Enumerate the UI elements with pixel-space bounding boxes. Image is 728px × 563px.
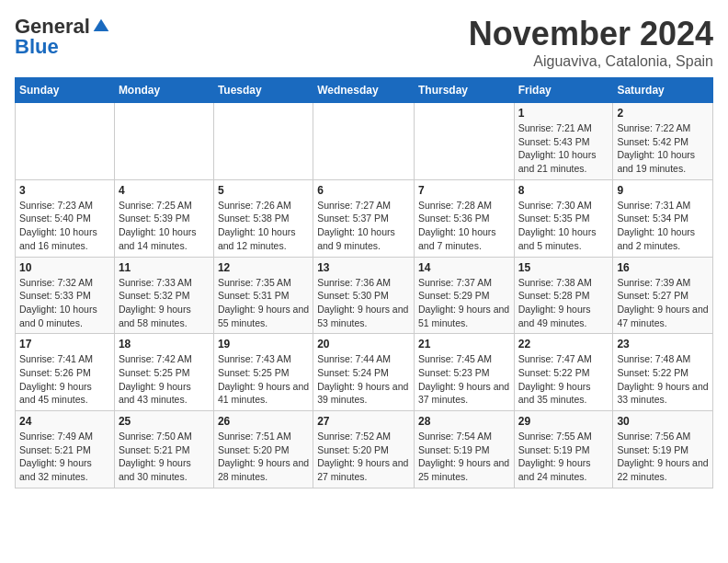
day-number: 13 bbox=[317, 261, 410, 274]
calendar: SundayMondayTuesdayWednesdayThursdayFrid… bbox=[15, 77, 713, 488]
day-number: 7 bbox=[418, 184, 510, 197]
day-number: 2 bbox=[617, 107, 709, 120]
day-info: Sunrise: 7:26 AM Sunset: 5:38 PM Dayligh… bbox=[218, 199, 309, 253]
calendar-body: 1Sunrise: 7:21 AM Sunset: 5:43 PM Daylig… bbox=[16, 103, 713, 488]
day-info: Sunrise: 7:28 AM Sunset: 5:36 PM Dayligh… bbox=[418, 199, 510, 253]
calendar-day-cell: 19Sunrise: 7:43 AM Sunset: 5:25 PM Dayli… bbox=[213, 334, 313, 411]
day-number: 21 bbox=[418, 338, 510, 350]
calendar-day-cell: 13Sunrise: 7:36 AM Sunset: 5:30 PM Dayli… bbox=[313, 257, 415, 334]
day-info: Sunrise: 7:30 AM Sunset: 5:35 PM Dayligh… bbox=[518, 199, 609, 253]
weekday-header-cell: Friday bbox=[514, 78, 613, 103]
calendar-day-cell: 7Sunrise: 7:28 AM Sunset: 5:36 PM Daylig… bbox=[414, 179, 514, 257]
calendar-day-cell: 25Sunrise: 7:50 AM Sunset: 5:21 PM Dayli… bbox=[114, 411, 213, 488]
day-info: Sunrise: 7:39 AM Sunset: 5:27 PM Dayligh… bbox=[617, 276, 709, 330]
day-info: Sunrise: 7:21 AM Sunset: 5:43 PM Dayligh… bbox=[518, 121, 609, 176]
day-info: Sunrise: 7:31 AM Sunset: 5:34 PM Dayligh… bbox=[617, 199, 709, 253]
day-info: Sunrise: 7:27 AM Sunset: 5:37 PM Dayligh… bbox=[317, 199, 410, 253]
day-number: 18 bbox=[119, 338, 210, 350]
day-info: Sunrise: 7:41 AM Sunset: 5:26 PM Dayligh… bbox=[19, 352, 110, 407]
weekday-header-cell: Tuesday bbox=[213, 78, 313, 103]
calendar-week-row: 24Sunrise: 7:49 AM Sunset: 5:21 PM Dayli… bbox=[16, 411, 713, 488]
day-number: 26 bbox=[218, 415, 309, 428]
calendar-day-cell bbox=[213, 103, 313, 180]
day-number: 29 bbox=[518, 415, 609, 428]
calendar-day-cell: 16Sunrise: 7:39 AM Sunset: 5:27 PM Dayli… bbox=[613, 257, 713, 334]
logo-blue-text: Blue bbox=[15, 35, 59, 59]
calendar-day-cell: 9Sunrise: 7:31 AM Sunset: 5:34 PM Daylig… bbox=[613, 179, 713, 257]
location: Aiguaviva, Catalonia, Spain bbox=[469, 53, 713, 70]
day-number: 4 bbox=[119, 184, 210, 197]
day-info: Sunrise: 7:42 AM Sunset: 5:25 PM Dayligh… bbox=[119, 352, 210, 407]
day-number: 10 bbox=[19, 261, 110, 274]
day-number: 1 bbox=[518, 107, 609, 120]
day-number: 20 bbox=[317, 338, 410, 350]
day-number: 15 bbox=[518, 261, 609, 274]
day-info: Sunrise: 7:56 AM Sunset: 5:19 PM Dayligh… bbox=[617, 430, 709, 484]
day-info: Sunrise: 7:37 AM Sunset: 5:29 PM Dayligh… bbox=[418, 276, 510, 330]
logo-icon bbox=[92, 17, 110, 36]
day-info: Sunrise: 7:43 AM Sunset: 5:25 PM Dayligh… bbox=[218, 352, 309, 407]
day-info: Sunrise: 7:44 AM Sunset: 5:24 PM Dayligh… bbox=[317, 352, 410, 407]
calendar-day-cell: 26Sunrise: 7:51 AM Sunset: 5:20 PM Dayli… bbox=[213, 411, 313, 488]
day-info: Sunrise: 7:52 AM Sunset: 5:20 PM Dayligh… bbox=[317, 430, 410, 484]
month-title: November 2024 bbox=[469, 15, 713, 53]
day-info: Sunrise: 7:50 AM Sunset: 5:21 PM Dayligh… bbox=[119, 430, 210, 484]
header: General Blue November 2024 Aiguaviva, Ca… bbox=[15, 15, 713, 70]
calendar-day-cell: 23Sunrise: 7:48 AM Sunset: 5:22 PM Dayli… bbox=[613, 334, 713, 411]
day-info: Sunrise: 7:51 AM Sunset: 5:20 PM Dayligh… bbox=[218, 430, 309, 484]
title-area: November 2024 Aiguaviva, Catalonia, Spai… bbox=[469, 15, 713, 70]
day-number: 27 bbox=[317, 415, 410, 428]
day-info: Sunrise: 7:45 AM Sunset: 5:23 PM Dayligh… bbox=[418, 352, 510, 407]
calendar-day-cell: 5Sunrise: 7:26 AM Sunset: 5:38 PM Daylig… bbox=[213, 179, 313, 257]
calendar-day-cell: 15Sunrise: 7:38 AM Sunset: 5:28 PM Dayli… bbox=[514, 257, 613, 334]
calendar-week-row: 1Sunrise: 7:21 AM Sunset: 5:43 PM Daylig… bbox=[16, 103, 713, 180]
calendar-day-cell: 14Sunrise: 7:37 AM Sunset: 5:29 PM Dayli… bbox=[414, 257, 514, 334]
day-number: 8 bbox=[518, 184, 609, 197]
calendar-day-cell: 6Sunrise: 7:27 AM Sunset: 5:37 PM Daylig… bbox=[313, 179, 415, 257]
calendar-day-cell: 12Sunrise: 7:35 AM Sunset: 5:31 PM Dayli… bbox=[213, 257, 313, 334]
calendar-day-cell: 4Sunrise: 7:25 AM Sunset: 5:39 PM Daylig… bbox=[114, 179, 213, 257]
calendar-day-cell bbox=[114, 103, 213, 180]
day-info: Sunrise: 7:32 AM Sunset: 5:33 PM Dayligh… bbox=[19, 276, 110, 330]
calendar-day-cell: 10Sunrise: 7:32 AM Sunset: 5:33 PM Dayli… bbox=[16, 257, 115, 334]
day-number: 14 bbox=[418, 261, 510, 274]
calendar-day-cell: 21Sunrise: 7:45 AM Sunset: 5:23 PM Dayli… bbox=[414, 334, 514, 411]
calendar-day-cell: 20Sunrise: 7:44 AM Sunset: 5:24 PM Dayli… bbox=[313, 334, 415, 411]
day-info: Sunrise: 7:48 AM Sunset: 5:22 PM Dayligh… bbox=[617, 352, 709, 407]
day-number: 11 bbox=[119, 261, 210, 274]
calendar-day-cell: 18Sunrise: 7:42 AM Sunset: 5:25 PM Dayli… bbox=[114, 334, 213, 411]
calendar-day-cell: 24Sunrise: 7:49 AM Sunset: 5:21 PM Dayli… bbox=[16, 411, 115, 488]
day-info: Sunrise: 7:49 AM Sunset: 5:21 PM Dayligh… bbox=[19, 430, 110, 484]
day-info: Sunrise: 7:25 AM Sunset: 5:39 PM Dayligh… bbox=[119, 199, 210, 253]
calendar-week-row: 17Sunrise: 7:41 AM Sunset: 5:26 PM Dayli… bbox=[16, 334, 713, 411]
calendar-day-cell bbox=[16, 103, 115, 180]
day-number: 30 bbox=[617, 415, 709, 428]
calendar-week-row: 3Sunrise: 7:23 AM Sunset: 5:40 PM Daylig… bbox=[16, 179, 713, 257]
weekday-header-cell: Saturday bbox=[613, 78, 713, 103]
day-number: 16 bbox=[617, 261, 709, 274]
day-number: 12 bbox=[218, 261, 309, 274]
calendar-day-cell: 30Sunrise: 7:56 AM Sunset: 5:19 PM Dayli… bbox=[613, 411, 713, 488]
calendar-day-cell: 11Sunrise: 7:33 AM Sunset: 5:32 PM Dayli… bbox=[114, 257, 213, 334]
calendar-day-cell: 22Sunrise: 7:47 AM Sunset: 5:22 PM Dayli… bbox=[514, 334, 613, 411]
day-info: Sunrise: 7:33 AM Sunset: 5:32 PM Dayligh… bbox=[119, 276, 210, 330]
day-info: Sunrise: 7:54 AM Sunset: 5:19 PM Dayligh… bbox=[418, 430, 510, 484]
day-number: 5 bbox=[218, 184, 309, 197]
calendar-day-cell: 29Sunrise: 7:55 AM Sunset: 5:19 PM Dayli… bbox=[514, 411, 613, 488]
day-info: Sunrise: 7:36 AM Sunset: 5:30 PM Dayligh… bbox=[317, 276, 410, 330]
day-info: Sunrise: 7:35 AM Sunset: 5:31 PM Dayligh… bbox=[218, 276, 309, 330]
day-info: Sunrise: 7:23 AM Sunset: 5:40 PM Dayligh… bbox=[19, 199, 110, 253]
weekday-header-cell: Thursday bbox=[414, 78, 514, 103]
weekday-header-row: SundayMondayTuesdayWednesdayThursdayFrid… bbox=[16, 78, 713, 103]
day-number: 25 bbox=[119, 415, 210, 428]
day-number: 9 bbox=[617, 184, 709, 197]
day-info: Sunrise: 7:22 AM Sunset: 5:42 PM Dayligh… bbox=[617, 121, 709, 176]
day-info: Sunrise: 7:38 AM Sunset: 5:28 PM Dayligh… bbox=[518, 276, 609, 330]
logo: General Blue bbox=[15, 15, 110, 59]
calendar-day-cell: 3Sunrise: 7:23 AM Sunset: 5:40 PM Daylig… bbox=[16, 179, 115, 257]
day-number: 19 bbox=[218, 338, 309, 350]
day-number: 23 bbox=[617, 338, 709, 350]
day-number: 28 bbox=[418, 415, 510, 428]
weekday-header-cell: Sunday bbox=[16, 78, 115, 103]
day-number: 22 bbox=[518, 338, 609, 350]
